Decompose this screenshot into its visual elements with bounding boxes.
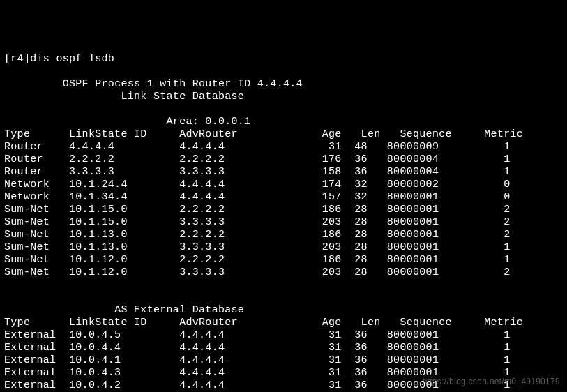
area-label: Area: 0.0.0.1 [167, 116, 251, 128]
watermark-text: https://blog.csdn.net/m0_49190179 [423, 377, 560, 386]
ospf-header: OSPF Process 1 with Router ID 4.4.4.4 [63, 78, 303, 90]
external-header: AS External Database [114, 304, 244, 316]
area-table: Type LinkState ID AdvRouter Age Len Sequ… [4, 128, 523, 278]
lsdb-header: Link State Database [121, 91, 244, 103]
command-prompt: [r4]dis ospf lsdb [4, 53, 114, 65]
